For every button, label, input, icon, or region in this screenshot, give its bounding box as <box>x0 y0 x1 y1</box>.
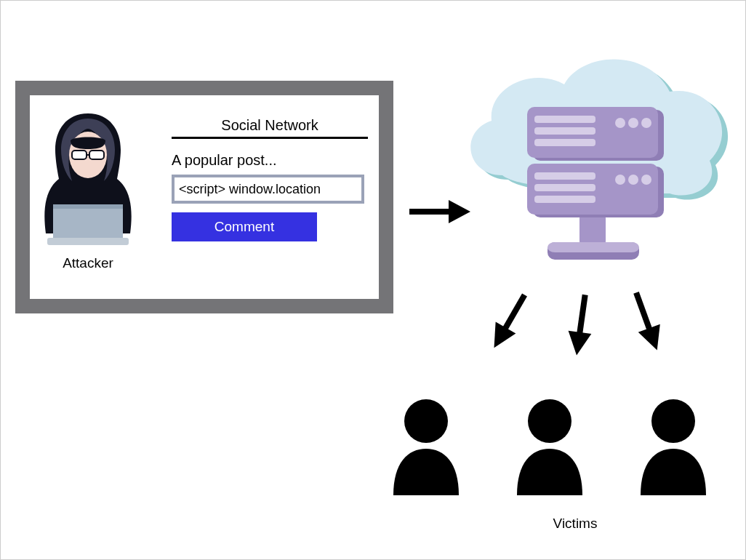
svg-rect-2 <box>89 151 104 159</box>
arrow-down-icon <box>622 285 671 356</box>
svg-rect-5 <box>53 204 123 209</box>
svg-rect-6 <box>47 238 129 245</box>
svg-point-27 <box>641 118 651 128</box>
post-caption: A popular post... <box>172 152 368 169</box>
svg-rect-4 <box>53 204 123 241</box>
comment-button-label: Comment <box>214 219 274 235</box>
svg-rect-11 <box>548 242 639 252</box>
svg-rect-9 <box>579 214 606 246</box>
post-form: Social Network A popular post... <script… <box>172 117 368 241</box>
attacker-avatar-block: Attacker <box>37 110 139 271</box>
hooded-hacker-icon <box>37 110 139 248</box>
arrow-down-icon <box>562 290 600 359</box>
comment-button[interactable]: Comment <box>172 212 317 241</box>
victims-label: Victims <box>481 516 670 532</box>
svg-rect-16 <box>534 196 595 203</box>
svg-point-34 <box>404 399 448 443</box>
svg-marker-33 <box>638 324 668 354</box>
comment-input-value: <script> window.location <box>179 182 321 197</box>
window-title: Social Network <box>172 117 368 137</box>
user-silhouette-icon <box>510 393 590 495</box>
svg-rect-14 <box>534 172 595 180</box>
svg-point-17 <box>615 175 625 185</box>
svg-rect-1 <box>72 151 87 159</box>
svg-rect-15 <box>534 184 595 191</box>
arrow-down-icon <box>481 285 539 356</box>
comment-input[interactable]: <script> window.location <box>172 175 364 204</box>
svg-point-18 <box>628 175 638 185</box>
user-silhouette-icon <box>386 393 466 495</box>
attacker-browser-window: Attacker Social Network A popular post..… <box>15 81 393 313</box>
svg-line-28 <box>505 295 525 329</box>
cloud-server-icon <box>452 44 735 284</box>
attacker-label: Attacker <box>37 255 139 271</box>
svg-rect-22 <box>534 116 595 123</box>
svg-line-32 <box>636 292 650 331</box>
svg-point-19 <box>641 175 651 185</box>
svg-point-25 <box>615 118 625 128</box>
svg-point-36 <box>651 399 695 443</box>
svg-marker-31 <box>565 331 591 357</box>
svg-rect-24 <box>534 139 595 146</box>
svg-marker-29 <box>484 322 516 354</box>
svg-rect-23 <box>534 127 595 135</box>
title-underline <box>172 137 368 139</box>
svg-line-30 <box>579 295 585 335</box>
svg-point-35 <box>528 399 571 443</box>
user-silhouette-icon <box>633 393 713 495</box>
svg-point-26 <box>628 118 638 128</box>
